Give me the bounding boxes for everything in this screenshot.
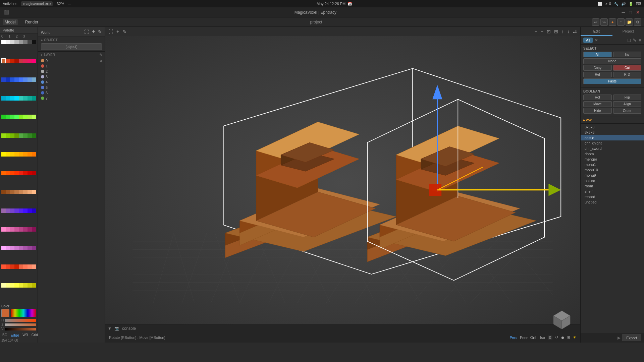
color-91[interactable]: [14, 246, 19, 250]
vox-item-chr-sword[interactable]: chr_sword: [581, 146, 644, 151]
vox-item-3x3x3[interactable]: 3x3x3: [581, 124, 644, 130]
bg-btn[interactable]: BG: [1, 333, 8, 338]
color-55[interactable]: [32, 152, 36, 157]
color-4[interactable]: [19, 40, 23, 44]
paste-btn[interactable]: Paste: [583, 78, 641, 84]
select-all-btn[interactable]: All: [583, 52, 612, 57]
iso-btn[interactable]: Iso: [540, 336, 545, 340]
color-92[interactable]: [19, 246, 23, 250]
rot-btn[interactable]: Rot: [583, 95, 612, 100]
viewport-expand-btn[interactable]: ⛶: [108, 28, 114, 35]
v-slider[interactable]: [5, 328, 36, 330]
viewport-paint-btn[interactable]: ✎: [122, 28, 127, 35]
color-83[interactable]: [14, 227, 19, 232]
hue-slider[interactable]: [11, 309, 36, 317]
project-tab[interactable]: Project: [612, 27, 644, 36]
color-95[interactable]: [32, 246, 36, 250]
select-none-btn[interactable]: None: [583, 58, 641, 64]
color-110[interactable]: [28, 283, 32, 288]
color-20[interactable]: [19, 77, 23, 82]
color-35[interactable]: [14, 115, 19, 119]
color-103[interactable]: [32, 264, 36, 269]
wr-btn[interactable]: WR: [21, 333, 29, 338]
move-btn[interactable]: Move: [583, 101, 612, 107]
edit-icon[interactable]: ✎: [98, 29, 102, 35]
vox-item-8x8x8[interactable]: 8x8x8: [581, 130, 644, 135]
color-74[interactable]: [10, 208, 14, 213]
align-btn[interactable]: Align: [613, 101, 642, 107]
export-btn[interactable]: ↑: [617, 18, 625, 26]
redo-btn[interactable]: ↪: [600, 18, 608, 26]
h-slider[interactable]: [5, 319, 36, 322]
right-icon-box[interactable]: □: [628, 38, 630, 43]
color-72[interactable]: [1, 208, 6, 213]
color-107[interactable]: [14, 283, 19, 288]
color-39[interactable]: [32, 115, 36, 119]
rd-btn[interactable]: R-D: [613, 72, 642, 77]
color-36[interactable]: [19, 115, 23, 119]
color-60[interactable]: [19, 171, 23, 175]
color-81[interactable]: [6, 227, 10, 232]
add-icon[interactable]: +: [91, 28, 96, 35]
settings-btn[interactable]: ⚙: [634, 18, 641, 26]
console-dropdown[interactable]: ▼: [108, 326, 112, 331]
right-icon-list[interactable]: ≡: [639, 38, 641, 43]
color-31[interactable]: [32, 96, 36, 101]
color-84[interactable]: [19, 227, 23, 232]
color-96[interactable]: [1, 264, 6, 269]
vox-item-doom[interactable]: doom: [581, 151, 644, 157]
color-82[interactable]: [10, 227, 14, 232]
color-105[interactable]: [6, 283, 10, 288]
grid-btn[interactable]: Grid: [31, 333, 39, 338]
color-101[interactable]: [23, 264, 28, 269]
color-24[interactable]: [1, 96, 6, 101]
hide-btn[interactable]: Hide: [583, 108, 612, 114]
vox-item-monu1[interactable]: monu1: [581, 162, 644, 167]
vox-item-monu9[interactable]: monu9: [581, 173, 644, 178]
cut-btn[interactable]: Cut: [613, 65, 642, 71]
free-btn[interactable]: Free: [520, 336, 528, 340]
color-23[interactable]: [32, 77, 36, 82]
color-2[interactable]: [10, 40, 14, 44]
order-btn[interactable]: Order: [613, 108, 642, 114]
color-16[interactable]: [1, 77, 6, 82]
color-106[interactable]: [10, 283, 14, 288]
color-78[interactable]: [28, 208, 32, 213]
color-66[interactable]: [10, 190, 14, 194]
color-63[interactable]: [32, 171, 36, 175]
view-btn-2[interactable]: ⊞: [553, 28, 559, 35]
color-42[interactable]: [10, 133, 14, 138]
color-18[interactable]: [10, 77, 14, 82]
color-15[interactable]: [32, 59, 36, 63]
color-102[interactable]: [28, 264, 32, 269]
color-59[interactable]: [14, 171, 19, 175]
save-btn[interactable]: ●: [609, 18, 616, 26]
color-67[interactable]: [14, 190, 19, 194]
vox-item-menger[interactable]: menger: [581, 157, 644, 162]
color-86[interactable]: [28, 227, 32, 232]
pers-btn[interactable]: Pers: [510, 336, 518, 340]
layer-item-6[interactable]: 6: [41, 90, 102, 96]
layer-edit-icon[interactable]: ✎: [99, 53, 102, 57]
color-65[interactable]: [6, 190, 10, 194]
color-0[interactable]: [1, 40, 6, 44]
color-32[interactable]: [1, 115, 6, 119]
color-69[interactable]: [23, 190, 28, 194]
active-color-swatch[interactable]: [1, 309, 9, 317]
color-70[interactable]: [28, 190, 32, 194]
color-40[interactable]: [1, 133, 6, 138]
layer-item-5[interactable]: 5: [41, 85, 102, 90]
color-10[interactable]: [10, 59, 14, 63]
color-79[interactable]: [32, 208, 36, 213]
view-btn-4[interactable]: ↓: [567, 28, 570, 35]
select-inv-btn[interactable]: Inv: [613, 52, 642, 57]
color-26[interactable]: [10, 96, 14, 101]
color-89[interactable]: [6, 246, 10, 250]
layer-item-2[interactable]: 2: [41, 69, 102, 74]
color-27[interactable]: [14, 96, 19, 101]
color-5[interactable]: [23, 40, 28, 44]
color-68[interactable]: [19, 190, 23, 194]
color-88[interactable]: [1, 246, 6, 250]
color-19[interactable]: [14, 77, 19, 82]
color-43[interactable]: [14, 133, 19, 138]
